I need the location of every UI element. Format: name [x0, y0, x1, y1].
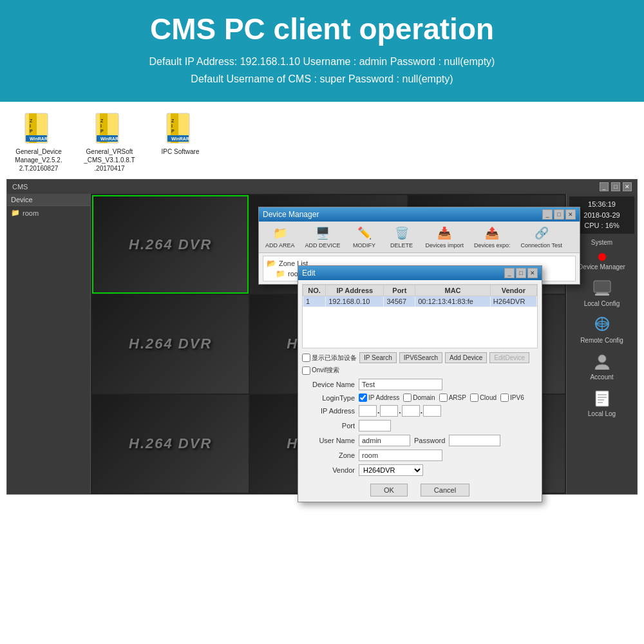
dm-close-button[interactable]: ✕ — [565, 209, 576, 220]
svg-rect-28 — [596, 391, 609, 406]
device-name-row: Device Name — [303, 379, 536, 390]
password-label: Password — [414, 437, 445, 444]
zone-input[interactable] — [359, 450, 442, 461]
ed-footer: OK Cancel — [298, 478, 542, 502]
ip-address-checkbox-label[interactable]: IP Address — [359, 393, 399, 402]
file-icon-2[interactable]: Z I P WinRAR General_VRSoft _CMS_V3.1.0.… — [84, 111, 135, 173]
remote-config-btn[interactable]: Remote Config — [573, 313, 631, 346]
account-icon — [592, 352, 612, 372]
add-device-search-button[interactable]: Add Device — [445, 352, 487, 363]
ed-search-area: 显示已添加设备 IP Search IPV6Search Add Device … — [298, 352, 542, 366]
video-cell-4[interactable]: H.264 DVR — [92, 295, 249, 393]
port-input[interactable] — [359, 420, 391, 431]
sidebar-item-room[interactable]: 📁 room — [7, 206, 90, 220]
ip-address-checkbox[interactable] — [359, 393, 367, 402]
dm-title: Device Manager — [263, 210, 541, 219]
password-input[interactable] — [449, 435, 500, 446]
ip-address-row: IP Address . . . — [303, 405, 536, 417]
ipv6-checkbox[interactable] — [500, 393, 509, 402]
ip-octet-4[interactable] — [423, 405, 441, 417]
cancel-button[interactable]: Cancel — [421, 484, 469, 497]
device-name-label: Device Name — [303, 381, 355, 388]
edit-dialog: Edit _ □ ✕ NO. IP Address Port — [298, 265, 542, 502]
vendor-row: Vendor H264DVR — [303, 464, 536, 476]
device-name-input[interactable] — [359, 379, 442, 390]
devices-import-button[interactable]: 📥 Devices import — [423, 224, 467, 250]
onvif-search-row: Onvif搜索 — [298, 366, 542, 376]
file-icon-1[interactable]: Z I P WinRAR General_Device Manage_V2.5.… — [13, 111, 64, 173]
cell-vendor: H264DVR — [490, 296, 536, 307]
cell-port: 34567 — [384, 296, 415, 307]
add-device-button[interactable]: 🖥️ ADD DEVICE — [303, 224, 343, 250]
show-added-checkbox[interactable] — [302, 354, 310, 362]
devices-export-button[interactable]: 📤 Devices expo: — [471, 224, 513, 250]
close-button[interactable]: ✕ — [623, 182, 632, 191]
folder-icon: 📁 — [11, 209, 20, 217]
edit-device-button[interactable]: EditDevice — [489, 352, 529, 363]
col-vendor: Vendor — [490, 285, 536, 296]
ip-search-button[interactable]: IP Search — [359, 352, 397, 363]
dm-toolbar: 📁 ADD AREA 🖥️ ADD DEVICE ✏️ MODIFY 🗑️ DE… — [259, 222, 580, 253]
modify-icon: ✏️ — [355, 225, 374, 241]
remote-config-icon — [592, 315, 612, 336]
username-input[interactable] — [359, 435, 410, 446]
local-config-label: Local Config — [584, 300, 620, 307]
ip-octet-1[interactable] — [359, 405, 377, 417]
zip-icon-2: Z I P WinRAR — [93, 111, 126, 145]
minimize-button[interactable]: _ — [600, 182, 609, 191]
modify-button[interactable]: ✏️ MODIFY — [348, 224, 381, 250]
show-added-checkbox-label[interactable]: 显示已添加设备 — [302, 354, 357, 363]
svg-text:WinRAR: WinRAR — [171, 137, 189, 141]
account-btn[interactable]: Account — [573, 350, 631, 383]
ip-input-group: . . . — [359, 405, 441, 417]
cloud-checkbox[interactable] — [470, 393, 478, 402]
svg-rect-23 — [595, 294, 609, 296]
device-manager-indicator — [598, 253, 606, 261]
vendor-select[interactable]: H264DVR — [359, 464, 423, 476]
cloud-checkbox-label[interactable]: Cloud — [470, 393, 497, 402]
video-cell-1[interactable]: H.264 DVR — [92, 195, 249, 294]
add-area-button[interactable]: 📁 ADD AREA — [263, 224, 298, 250]
local-config-btn[interactable]: Local Config — [573, 276, 631, 309]
table-row[interactable]: 1 192.168.0.10 34567 00:12:13:41:83:fe H… — [303, 296, 537, 307]
ed-maximize-button[interactable]: □ — [516, 268, 526, 278]
add-area-label: ADD AREA — [265, 242, 295, 249]
svg-text:WinRAR: WinRAR — [30, 137, 48, 141]
dm-titlebar: Device Manager _ □ ✕ — [259, 207, 580, 222]
svg-text:WinRAR: WinRAR — [100, 137, 118, 141]
arsp-checkbox-label[interactable]: ARSP — [439, 393, 466, 402]
file-icon-3[interactable]: Z I P WinRAR IPC Software — [155, 111, 206, 156]
page-title: CMS PC client operation — [19, 12, 625, 46]
local-log-btn[interactable]: Local Log — [573, 386, 631, 419]
delete-button[interactable]: 🗑️ DELETE — [386, 224, 418, 250]
login-type-checkboxes: IP Address Domain ARSP — [359, 393, 524, 402]
ed-minimize-button[interactable]: _ — [504, 268, 515, 278]
maximize-button[interactable]: □ — [611, 182, 620, 191]
domain-checkbox-label[interactable]: Domain — [403, 393, 435, 402]
dm-maximize-button[interactable]: □ — [554, 209, 564, 220]
ed-titlebar: Edit _ □ ✕ — [298, 266, 542, 280]
svg-text:I: I — [171, 124, 173, 128]
device-manager-panel-btn[interactable]: Device Manager — [573, 250, 631, 272]
ip-octet-3[interactable] — [402, 405, 420, 417]
file-label-1: General_Device Manage_V2.5.2. 2.T.201608… — [15, 147, 62, 173]
connection-test-button[interactable]: 🔗 Connection Test — [518, 224, 565, 250]
dm-minimize-button[interactable]: _ — [542, 209, 553, 220]
onvif-checkbox-label[interactable]: Onvif搜索 — [302, 366, 339, 375]
cms-window-controls: _ □ ✕ — [600, 182, 632, 191]
device-manager-window: Device Manager _ □ ✕ 📁 ADD AREA 🖥️ ADD D… — [258, 207, 580, 285]
arsp-checkbox[interactable] — [439, 393, 448, 402]
svg-text:I: I — [30, 124, 31, 128]
system-section-label: System — [591, 239, 612, 246]
col-port: Port — [384, 285, 415, 296]
ip-octet-2[interactable] — [380, 405, 398, 417]
svg-text:Z: Z — [100, 118, 104, 123]
domain-checkbox[interactable] — [403, 393, 412, 402]
ed-close-button[interactable]: ✕ — [527, 268, 538, 278]
onvif-checkbox[interactable] — [302, 366, 310, 375]
video-cell-7[interactable]: H.264 DVR — [92, 395, 249, 493]
ok-button[interactable]: OK — [370, 484, 408, 497]
svg-point-27 — [598, 355, 606, 363]
ipv6-checkbox-label[interactable]: IPV6 — [500, 393, 524, 402]
ipv6-search-button[interactable]: IPV6Search — [399, 352, 442, 363]
